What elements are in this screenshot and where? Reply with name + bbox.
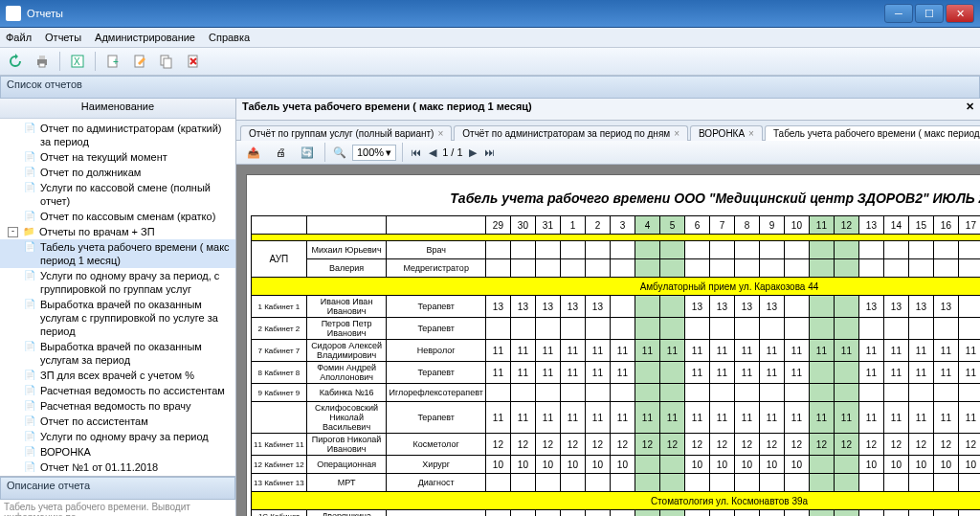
- tab-close-icon[interactable]: ×: [748, 128, 754, 139]
- tree-item-label: Отчеты по врачам + ЗП: [39, 225, 232, 238]
- tree-item-label: Отчет №1 от 01.11.2018: [40, 460, 232, 474]
- content-title: Табель учета рабочего времени ( макс пер…: [242, 101, 532, 118]
- report-toolbar: 📤 🖨 🔄 🔍 100% ▾ ⏮ ◀ 1 / 1 ▶ ⏭: [236, 141, 980, 165]
- sidebar: Наименование 📄Отчет по администраторам (…: [0, 99, 236, 516]
- tree-item[interactable]: 📄Услуги по кассовой смене (полный отчет): [0, 180, 235, 209]
- tree-item[interactable]: 📄Выработка врачей по оказанным услугам с…: [0, 297, 235, 339]
- report-icon: 📄: [23, 181, 36, 192]
- report-icon: 📄: [23, 210, 36, 221]
- doc-add-button[interactable]: +: [101, 50, 124, 73]
- doc-delete-button[interactable]: [182, 50, 205, 73]
- refresh-button[interactable]: [4, 50, 27, 73]
- content-area: Табель учета рабочего времени ( макс пер…: [236, 99, 980, 516]
- report-icon: 📄: [23, 415, 36, 426]
- folder-icon: 📁: [22, 225, 35, 236]
- menu-bar: Файл Отчеты Администрирование Справка: [0, 28, 980, 48]
- content-close-button[interactable]: ✕: [966, 101, 974, 118]
- tree-item-label: Расчетная ведомость по ассистентам: [40, 384, 232, 397]
- report-icon: 📄: [23, 150, 36, 162]
- zoom-select[interactable]: 100% ▾: [352, 145, 396, 161]
- tree-header: Наименование: [0, 99, 235, 119]
- menu-file[interactable]: Файл: [6, 32, 32, 43]
- expand-icon[interactable]: -: [8, 227, 18, 237]
- doc-edit-button[interactable]: [128, 50, 151, 73]
- report-icon: 📄: [23, 399, 36, 411]
- minimize-button[interactable]: ─: [884, 4, 913, 23]
- nav-next-button[interactable]: ▶: [467, 146, 479, 159]
- report-icon: 📄: [23, 384, 36, 395]
- nav-prev-button[interactable]: ◀: [427, 146, 438, 159]
- tab-close-icon[interactable]: ×: [674, 128, 679, 139]
- tree-item-label: Услуги по одному врачу за период, с груп…: [40, 269, 232, 296]
- svg-rect-2: [39, 63, 45, 67]
- maximize-button[interactable]: ☐: [915, 4, 944, 23]
- tree-item-label: Отчет на текущий момент: [40, 150, 232, 164]
- description-panel: Описание отчета Табель учета рабочего вр…: [0, 476, 235, 516]
- report-icon: 📄: [23, 240, 36, 252]
- print-button[interactable]: [31, 50, 54, 73]
- tab[interactable]: ВОРОНКА×: [690, 125, 763, 141]
- svg-text:+: +: [113, 56, 119, 67]
- nav-first-button[interactable]: ⏮: [409, 146, 423, 158]
- tree-item[interactable]: 📄ЗП для всех врачей с учетом %: [0, 368, 235, 383]
- description-title: Описание отчета: [0, 477, 235, 500]
- tree-item[interactable]: 📄Выработка врачей по оказанным услугам з…: [0, 339, 235, 368]
- nav-last-button[interactable]: ⏭: [482, 146, 497, 158]
- tree-item[interactable]: 📄Отчет на текущий момент: [0, 149, 235, 165]
- tree-item-label: Выработка врачей по оказанным услугам с …: [40, 298, 232, 338]
- report-icon: 📄: [23, 269, 36, 280]
- report-icon: 📄: [23, 298, 36, 309]
- tree-item[interactable]: 📄Отчет по должникам: [0, 165, 235, 180]
- tree-item-label: Отчет по должникам: [40, 166, 232, 179]
- tree-item-label: Выработка врачей по оказанным услугам за…: [40, 340, 232, 367]
- svg-rect-1: [39, 56, 45, 59]
- app-icon: [6, 6, 21, 21]
- print-report-button[interactable]: 🖨: [269, 141, 292, 164]
- tree-item[interactable]: 📄Табель учета рабочего времени ( макс пе…: [0, 239, 235, 268]
- tree-item[interactable]: 📄Услуги по одному врачу за период: [0, 429, 235, 444]
- tab[interactable]: Табель учета рабочего времени ( макс пер…: [765, 125, 980, 141]
- refresh-report-button[interactable]: 🔄: [296, 141, 319, 164]
- tree-item[interactable]: 📄Расчетная ведомость по ассистентам: [0, 383, 235, 398]
- tree-item[interactable]: 📄Услуги по одному врачу за период, с гру…: [0, 268, 235, 297]
- tree-item-label: ЗП для всех врачей с учетом %: [40, 369, 232, 382]
- description-text: Табель учета рабочего времени. Выводит и…: [0, 500, 235, 516]
- tree-item-label: Отчет по ассистентам: [40, 415, 232, 428]
- tree-item[interactable]: 📄Отчет по кассовым сменам (кратко): [0, 209, 235, 224]
- doc-copy-button[interactable]: [155, 50, 178, 73]
- tree-item[interactable]: 📄Расчетная ведомость по врачу: [0, 398, 235, 414]
- report-tree[interactable]: 📄Отчет по администраторам (краткий) за п…: [0, 119, 235, 476]
- page-indicator: 1 / 1: [442, 146, 462, 158]
- tree-item[interactable]: 📄Отчет по ассистентам: [0, 414, 235, 429]
- tree-item-label: Услуги по одному врачу за период: [40, 430, 232, 443]
- tree-item-label: Отчет по кассовым сменам (кратко): [40, 210, 232, 223]
- tab[interactable]: Отчёт по администраторам за период по дн…: [454, 125, 688, 141]
- svg-rect-9: [164, 58, 171, 68]
- tree-item-label: Табель учета рабочего времени ( макс пер…: [40, 240, 232, 267]
- menu-reports[interactable]: Отчеты: [45, 32, 81, 43]
- close-button[interactable]: ✕: [946, 4, 974, 23]
- report-icon: 📄: [23, 445, 36, 457]
- tab[interactable]: Отчёт по группам услуг (полный вариант)×: [240, 125, 452, 141]
- tree-item-label: ВОРОНКА: [40, 445, 232, 459]
- tree-item[interactable]: 📄Отчет №1 от 01.11.2018: [0, 460, 235, 475]
- menu-admin[interactable]: Администрирование: [95, 32, 195, 43]
- report-icon: 📄: [23, 166, 36, 177]
- sidebar-panel-title: Список отчетов: [0, 76, 980, 99]
- tree-item[interactable]: 📄Отчет по администраторам (краткий) за п…: [0, 121, 235, 149]
- menu-help[interactable]: Справка: [209, 32, 250, 43]
- content-title-bar: Табель учета рабочего времени ( макс пер…: [236, 99, 980, 121]
- main-toolbar: X +: [0, 48, 980, 76]
- window-titlebar: Отчеты ─ ☐ ✕: [0, 0, 980, 28]
- window-title: Отчеты: [27, 8, 63, 19]
- report-tabs: Отчёт по группам услуг (полный вариант)×…: [236, 121, 980, 141]
- tab-close-icon[interactable]: ×: [437, 128, 443, 139]
- tree-item[interactable]: 📄ВОРОНКА: [0, 444, 235, 460]
- export-button[interactable]: 📤: [242, 141, 265, 164]
- tree-item-label: Услуги по кассовой смене (полный отчет): [40, 181, 232, 208]
- timesheet-table: 2930311234567891011121314151617181920212…: [251, 215, 980, 516]
- export-excel-button[interactable]: X: [66, 50, 89, 73]
- tree-item[interactable]: -📁Отчеты по врачам + ЗП: [0, 224, 235, 239]
- zoom-out-icon[interactable]: 🔍: [331, 146, 348, 159]
- report-viewport[interactable]: Табель учета рабочего времени ООО "Медиц…: [236, 165, 980, 516]
